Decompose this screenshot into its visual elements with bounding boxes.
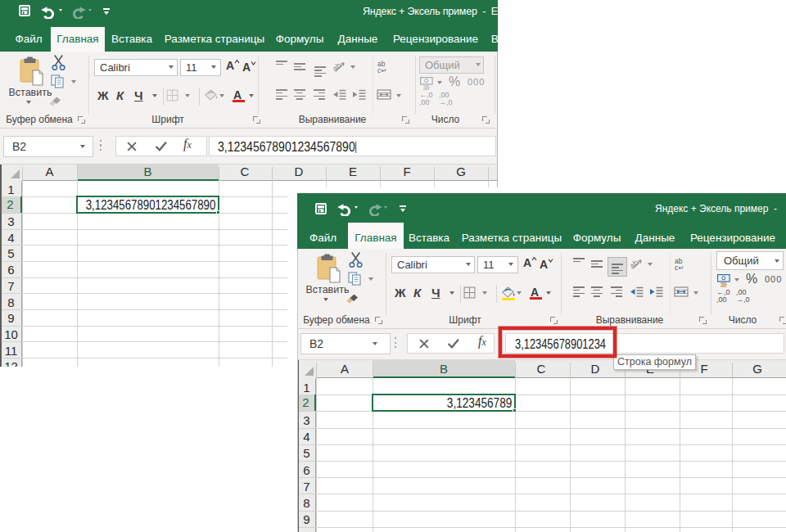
svg-text:А: А xyxy=(226,59,234,71)
svg-text:А: А xyxy=(540,258,548,270)
svg-text:ab: ab xyxy=(630,258,640,270)
svg-text:А: А xyxy=(242,61,251,73)
svg-text:А: А xyxy=(523,256,531,268)
svg-text:ab: ab xyxy=(333,61,343,73)
